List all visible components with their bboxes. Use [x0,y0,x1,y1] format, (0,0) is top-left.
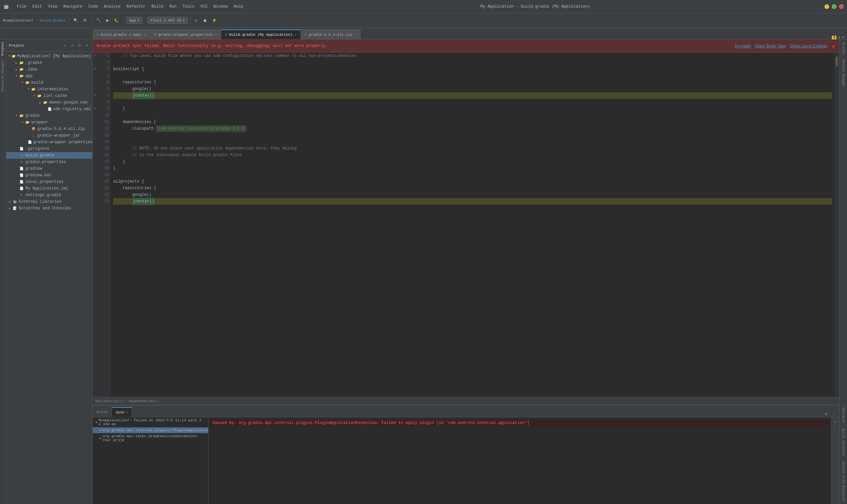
tree-item-gitignore[interactable]: ▶ 📄 .gitignore [6,145,92,152]
warning-down-arrow[interactable]: ▼ [842,36,844,39]
show-log-in-explorer-button[interactable]: Show Log in Explorer [790,44,828,48]
tree-item-gradlew-bat[interactable]: ▶ 📄 gradlew.bat [6,172,92,179]
toolbar-settings[interactable]: ⚙ [82,17,89,23]
gutter-marker-10 [93,99,97,106]
tree-item-external-libs[interactable]: ▶ 📚 External Libraries [6,198,92,205]
tree-item-maven[interactable]: ▶ 📂 maven.google.com [6,99,92,106]
menu-run[interactable]: Run [167,3,179,10]
menu-window[interactable]: Window [211,3,230,10]
build-item-stop-execution[interactable]: ● org.gradle.api.tasks.StopExecutionExce… [93,433,208,443]
tree-arrow-lint-cache: ▼ [32,94,37,97]
build-item-myapp7-failed[interactable]: ● MyApplication7: failed At 2022/7/5 11:… [93,417,208,427]
tree-item-wrapper[interactable]: ▼ 📂 wrapper [6,119,92,126]
run-button[interactable]: ▷ [193,17,200,23]
tree-item-myapp-iml[interactable]: ▶ 📄 My Application.iml [6,185,92,192]
gutter-fold-9[interactable]: ▼ [93,92,97,99]
bottom-tab-build[interactable]: Build [93,407,112,417]
tree-item-local-props[interactable]: ▶ 📄 local.properties [6,179,92,185]
resource-manager-tab-label[interactable]: Resource Manager [0,57,5,93]
menu-file[interactable]: File [14,3,29,10]
tree-item-settings-gradle[interactable]: ▶ G settings.gradle [6,192,92,198]
tree-item-gradlew[interactable]: ▶ 📄 gradlew [6,165,92,172]
tree-icon-myapp-iml: 📄 [19,186,24,191]
restore-button[interactable]: ▭ [832,4,836,9]
stop-button[interactable]: ⏹ [201,18,209,23]
open-build-view-button[interactable]: Open 'Build' View [755,44,786,48]
close-button[interactable]: ✕ [839,4,844,9]
emulator-tool-label[interactable]: Emulator [841,405,846,426]
build-variants-tool-label[interactable]: Build Variants [841,426,846,459]
build-action-1[interactable]: ≡ [832,419,839,425]
menu-help[interactable]: Help [231,3,246,10]
bottom-tab-sync[interactable]: Sync ✕ [112,407,132,417]
tab-build-gradle-app[interactable]: G build.gradle (:app) ✕ [93,30,150,39]
tree-item-gradle-folder[interactable]: ▼ 📂 gradle [6,112,92,119]
menu-tools[interactable]: Tools [180,3,197,10]
toolbar-debug[interactable]: 🐛 [112,17,121,23]
gutter-fold-11[interactable]: ▼ [93,106,97,112]
tab-gradle-wrapper-props-close[interactable]: ✕ [215,33,217,37]
menu-refactor[interactable]: Refactor [124,3,148,10]
device-manager-tool-label[interactable]: Device Manager [841,57,846,90]
tree-item-gradle-properties[interactable]: ▶ G gradle.properties [6,159,92,165]
tree-item-sdk-registry[interactable]: ▶ 📄 sdk-registry.xml [6,106,92,112]
tree-item-gradle-dot[interactable]: ▶ 📂 .gradle [6,59,92,66]
warning-up-arrow[interactable]: ▲ [839,36,841,39]
tree-item-myapp7[interactable]: ▼ 📁 MyApplication7 [My Application] [6,53,92,59]
tree-item-gradle-wrapper-props[interactable]: ▶ 📄 gradle-wrapper.properties [6,139,92,145]
gutter-fold-5[interactable]: ▼ [93,66,97,72]
breadcrumb-dependencies[interactable]: dependencies() [128,399,159,403]
app-dropdown[interactable]: app ▾ [126,17,142,24]
bottom-settings-button[interactable]: ⚙ [823,411,829,417]
tree-item-intermediates[interactable]: ▼ 📂 intermediates [6,86,92,93]
minimize-button[interactable]: ─ [825,4,829,9]
tree-item-app[interactable]: ▼ 📂 app [6,73,92,79]
editor-tab-bar: G build.gradle (:app) ✕ P gradle-wrapper… [0,28,847,40]
toolbar-search[interactable]: 🔍 [71,17,80,23]
apply-changes-button[interactable]: ⚡ [210,17,219,23]
menu-edit[interactable]: Edit [30,3,45,10]
tree-item-idea[interactable]: ▶ 📂 .idea [6,66,92,73]
toolbar-run[interactable]: ▶ [104,17,111,23]
gradle-tool-label[interactable]: Gradle [841,40,846,57]
tree-item-lint-cache[interactable]: ▼ 📂 lint-cache [6,93,92,99]
toolbar-build[interactable]: 🔨 [94,17,103,23]
sidebar-collapse-all[interactable]: ≡ [62,43,68,49]
tab-build-gradle-myapp-close[interactable]: ✕ [295,33,297,37]
bottom-hide-button[interactable]: ─ [830,411,836,417]
tab-build-gradle-app-close[interactable]: ✕ [144,33,146,37]
editor-scrollbar[interactable] [834,53,839,397]
menu-navigate[interactable]: Navigate [60,3,85,10]
code-line-20: allprojects { [113,178,832,185]
code-content[interactable]: // Top-level build file where you can ad… [110,53,834,397]
menu-vcs[interactable]: VCS [198,3,210,10]
tab-gradle-wrapper-props[interactable]: P gradle-wrapper.properties ✕ [150,30,221,39]
sidebar-close[interactable]: ✕ [84,43,90,49]
menu-code[interactable]: Code [86,3,101,10]
editor-scrollbar-thumb[interactable] [835,57,838,67]
breadcrumb-buildscript[interactable]: buildscript() [95,399,124,403]
tree-item-gradle-wrapper-jar[interactable]: ▶ ☕ gradle-wrapper.jar [6,132,92,139]
try-again-button[interactable]: Try Again [735,44,751,48]
tree-icon-app: 📂 [19,73,24,79]
project-tab-label[interactable]: Project [0,40,5,57]
tree-item-build[interactable]: ▼ 📂 build [6,79,92,86]
code-editor[interactable]: ▼ ▼ ▼ ▼ 1 2 3 4 5 6 [93,53,839,397]
menu-analyze[interactable]: Analyze [101,3,123,10]
sidebar-settings[interactable]: ⚙ [76,43,82,49]
tree-item-build-gradle-root[interactable]: ▶ G build.gradle [6,152,92,159]
sidebar-refresh[interactable]: ↺ [69,43,75,49]
tab-build-gradle-myapp[interactable]: G build.gradle (My Application) ✕ [221,30,301,39]
bottom-tab-sync-close[interactable]: ✕ [126,410,128,414]
tree-item-gradle-zip[interactable]: ▶ 📦 gradle-5.6.4-all.zip [6,126,92,132]
build-action-2[interactable]: ↓ [832,426,839,432]
device-file-explorer-tool-label[interactable]: Device File Explorer [841,459,846,504]
menu-build[interactable]: Build [149,3,166,10]
menu-view[interactable]: View [45,3,60,10]
tree-item-scratches[interactable]: ▶ 📝 Scratches and Consoles [6,205,92,212]
build-item-plugin-exception[interactable]: ● org.gradle.api.internal.plugins.Plugin… [93,427,208,433]
tab-gradle-zip[interactable]: Z gradle-5.6.4-all.zip ✕ [301,30,360,39]
device-dropdown[interactable]: Pixel 2 API 30 ▾ [147,17,188,24]
gutter-fold-3[interactable]: ▼ [93,53,97,59]
tab-gradle-zip-close[interactable]: ✕ [354,33,356,37]
